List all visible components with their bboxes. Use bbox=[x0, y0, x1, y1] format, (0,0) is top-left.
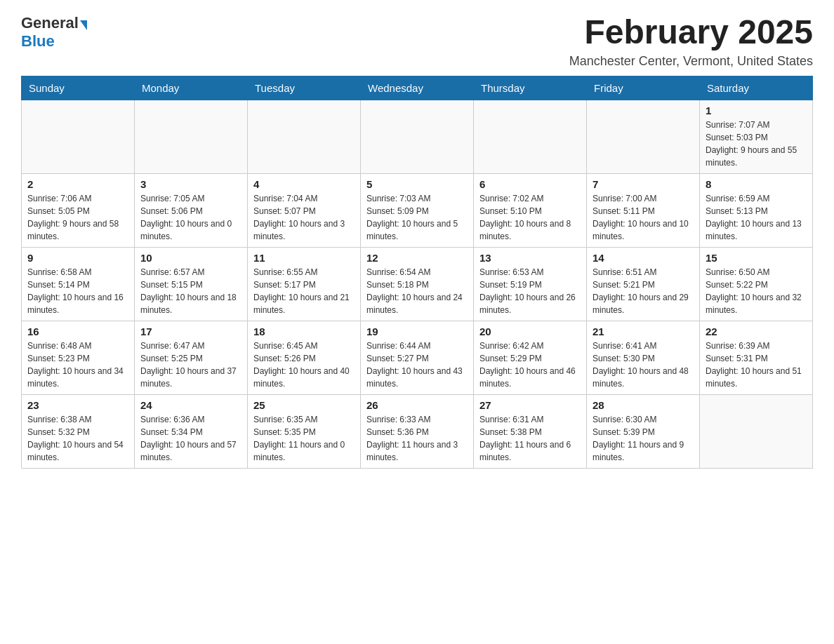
day-number: 13 bbox=[479, 252, 581, 264]
sunrise-text: Sunrise: 6:48 AM bbox=[27, 341, 91, 351]
calendar-cell: 6 Sunrise: 7:02 AM Sunset: 5:10 PM Dayli… bbox=[474, 173, 587, 247]
sunrise-text: Sunrise: 6:51 AM bbox=[593, 267, 656, 277]
week-row-5: 23 Sunrise: 6:38 AM Sunset: 5:32 PM Dayl… bbox=[22, 394, 813, 468]
day-number: 11 bbox=[253, 252, 355, 264]
sunset-text: Sunset: 5:35 PM bbox=[253, 427, 316, 437]
day-info: Sunrise: 6:59 AM Sunset: 5:13 PM Dayligh… bbox=[706, 192, 807, 243]
sunrise-text: Sunrise: 6:57 AM bbox=[140, 267, 204, 277]
day-info: Sunrise: 6:48 AM Sunset: 5:23 PM Dayligh… bbox=[27, 340, 128, 390]
day-info: Sunrise: 6:38 AM Sunset: 5:32 PM Dayligh… bbox=[27, 413, 128, 464]
sunrise-text: Sunrise: 6:45 AM bbox=[253, 341, 317, 351]
daylight-text: Daylight: 10 hours and 32 minutes. bbox=[706, 293, 802, 315]
daylight-text: Daylight: 10 hours and 54 minutes. bbox=[27, 440, 124, 462]
header-sunday: Sunday bbox=[22, 76, 135, 100]
day-number: 4 bbox=[253, 178, 355, 190]
page-header: General Blue February 2025 Manchester Ce… bbox=[21, 14, 813, 69]
daylight-text: Daylight: 10 hours and 3 minutes. bbox=[253, 219, 345, 241]
sunrise-text: Sunrise: 6:42 AM bbox=[479, 341, 543, 351]
header-monday: Monday bbox=[135, 76, 248, 100]
week-row-3: 9 Sunrise: 6:58 AM Sunset: 5:14 PM Dayli… bbox=[22, 247, 813, 321]
sunrise-text: Sunrise: 6:39 AM bbox=[706, 341, 769, 351]
day-number: 28 bbox=[593, 399, 694, 411]
calendar-cell bbox=[700, 394, 813, 468]
calendar-cell: 7 Sunrise: 7:00 AM Sunset: 5:11 PM Dayli… bbox=[587, 173, 700, 247]
calendar-cell: 1 Sunrise: 7:07 AM Sunset: 5:03 PM Dayli… bbox=[700, 100, 813, 173]
day-info: Sunrise: 6:30 AM Sunset: 5:39 PM Dayligh… bbox=[593, 413, 694, 464]
day-info: Sunrise: 7:02 AM Sunset: 5:10 PM Dayligh… bbox=[479, 192, 581, 243]
sunset-text: Sunset: 5:23 PM bbox=[27, 354, 90, 363]
day-info: Sunrise: 7:05 AM Sunset: 5:06 PM Dayligh… bbox=[140, 192, 241, 243]
sunrise-text: Sunrise: 7:03 AM bbox=[366, 194, 430, 203]
calendar-cell bbox=[361, 100, 474, 173]
sunset-text: Sunset: 5:09 PM bbox=[366, 206, 429, 216]
day-number: 3 bbox=[140, 178, 241, 190]
sunset-text: Sunset: 5:17 PM bbox=[253, 280, 316, 290]
calendar-cell: 3 Sunrise: 7:05 AM Sunset: 5:06 PM Dayli… bbox=[135, 173, 248, 247]
day-number: 2 bbox=[27, 178, 128, 190]
daylight-text: Daylight: 11 hours and 6 minutes. bbox=[479, 440, 571, 462]
sunrise-text: Sunrise: 6:55 AM bbox=[253, 267, 317, 277]
sunset-text: Sunset: 5:05 PM bbox=[27, 206, 90, 216]
day-number: 12 bbox=[366, 252, 468, 264]
week-row-2: 2 Sunrise: 7:06 AM Sunset: 5:05 PM Dayli… bbox=[22, 173, 813, 247]
daylight-text: Daylight: 10 hours and 18 minutes. bbox=[140, 293, 237, 315]
sunset-text: Sunset: 5:15 PM bbox=[140, 280, 203, 290]
day-number: 15 bbox=[706, 252, 807, 264]
logo: General Blue bbox=[21, 14, 88, 51]
sunset-text: Sunset: 5:10 PM bbox=[479, 206, 542, 216]
sunrise-text: Sunrise: 6:33 AM bbox=[366, 415, 430, 424]
daylight-text: Daylight: 10 hours and 10 minutes. bbox=[593, 219, 689, 241]
daylight-text: Daylight: 9 hours and 58 minutes. bbox=[27, 219, 119, 241]
calendar-cell: 21 Sunrise: 6:41 AM Sunset: 5:30 PM Dayl… bbox=[587, 321, 700, 394]
day-number: 5 bbox=[366, 178, 468, 190]
title-area: February 2025 Manchester Center, Vermont… bbox=[569, 14, 813, 69]
day-info: Sunrise: 6:51 AM Sunset: 5:21 PM Dayligh… bbox=[593, 266, 694, 316]
day-number: 21 bbox=[593, 326, 694, 337]
day-number: 22 bbox=[706, 326, 807, 337]
calendar-cell: 28 Sunrise: 6:30 AM Sunset: 5:39 PM Dayl… bbox=[587, 394, 700, 468]
calendar-cell bbox=[22, 100, 135, 173]
day-info: Sunrise: 6:45 AM Sunset: 5:26 PM Dayligh… bbox=[253, 340, 355, 390]
day-number: 14 bbox=[593, 252, 694, 264]
sunset-text: Sunset: 5:30 PM bbox=[593, 354, 655, 363]
day-info: Sunrise: 6:35 AM Sunset: 5:35 PM Dayligh… bbox=[253, 413, 355, 464]
sunset-text: Sunset: 5:19 PM bbox=[479, 280, 542, 290]
sunset-text: Sunset: 5:38 PM bbox=[479, 427, 542, 437]
day-number: 23 bbox=[27, 399, 128, 411]
daylight-text: Daylight: 11 hours and 3 minutes. bbox=[366, 440, 458, 462]
day-number: 10 bbox=[140, 252, 241, 264]
calendar-cell: 12 Sunrise: 6:54 AM Sunset: 5:18 PM Dayl… bbox=[361, 247, 474, 321]
calendar-cell: 20 Sunrise: 6:42 AM Sunset: 5:29 PM Dayl… bbox=[474, 321, 587, 394]
calendar-cell: 18 Sunrise: 6:45 AM Sunset: 5:26 PM Dayl… bbox=[248, 321, 361, 394]
day-number: 18 bbox=[253, 326, 355, 337]
daylight-text: Daylight: 10 hours and 26 minutes. bbox=[479, 293, 576, 315]
day-number: 17 bbox=[140, 326, 241, 337]
logo-blue: Blue bbox=[21, 32, 55, 51]
calendar-cell: 24 Sunrise: 6:36 AM Sunset: 5:34 PM Dayl… bbox=[135, 394, 248, 468]
calendar-cell: 23 Sunrise: 6:38 AM Sunset: 5:32 PM Dayl… bbox=[22, 394, 135, 468]
sunrise-text: Sunrise: 7:04 AM bbox=[253, 194, 317, 203]
day-info: Sunrise: 6:36 AM Sunset: 5:34 PM Dayligh… bbox=[140, 413, 241, 464]
calendar-cell: 26 Sunrise: 6:33 AM Sunset: 5:36 PM Dayl… bbox=[361, 394, 474, 468]
day-info: Sunrise: 6:54 AM Sunset: 5:18 PM Dayligh… bbox=[366, 266, 468, 316]
sunrise-text: Sunrise: 7:02 AM bbox=[479, 194, 543, 203]
calendar-header: SundayMondayTuesdayWednesdayThursdayFrid… bbox=[22, 76, 813, 100]
day-info: Sunrise: 6:57 AM Sunset: 5:15 PM Dayligh… bbox=[140, 266, 241, 316]
weekday-header-row: SundayMondayTuesdayWednesdayThursdayFrid… bbox=[22, 76, 813, 100]
calendar-cell: 2 Sunrise: 7:06 AM Sunset: 5:05 PM Dayli… bbox=[22, 173, 135, 247]
sunset-text: Sunset: 5:26 PM bbox=[253, 354, 316, 363]
day-info: Sunrise: 6:44 AM Sunset: 5:27 PM Dayligh… bbox=[366, 340, 468, 390]
sunrise-text: Sunrise: 6:50 AM bbox=[706, 267, 769, 277]
sunrise-text: Sunrise: 6:30 AM bbox=[593, 415, 656, 424]
day-number: 19 bbox=[366, 326, 468, 337]
sunrise-text: Sunrise: 6:54 AM bbox=[366, 267, 430, 277]
day-info: Sunrise: 7:00 AM Sunset: 5:11 PM Dayligh… bbox=[593, 192, 694, 243]
day-info: Sunrise: 7:07 AM Sunset: 5:03 PM Dayligh… bbox=[706, 119, 807, 169]
sunrise-text: Sunrise: 6:59 AM bbox=[706, 194, 769, 203]
daylight-text: Daylight: 9 hours and 55 minutes. bbox=[706, 145, 797, 168]
logo-arrow-icon bbox=[80, 20, 87, 30]
daylight-text: Daylight: 10 hours and 13 minutes. bbox=[706, 219, 802, 241]
daylight-text: Daylight: 10 hours and 51 minutes. bbox=[706, 366, 802, 389]
calendar-cell: 9 Sunrise: 6:58 AM Sunset: 5:14 PM Dayli… bbox=[22, 247, 135, 321]
day-info: Sunrise: 6:41 AM Sunset: 5:30 PM Dayligh… bbox=[593, 340, 694, 390]
